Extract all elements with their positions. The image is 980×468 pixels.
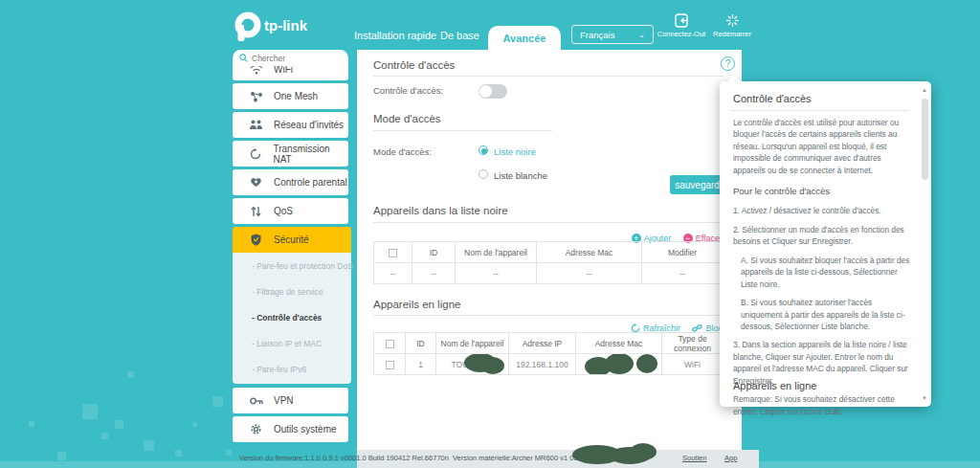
sidebar-item-transmission-nat[interactable]: Transmission NAT — [233, 141, 348, 167]
logout-icon — [674, 13, 689, 28]
online-device-row: 1 TOUR 192.168.1.100 WiFi — [374, 354, 724, 375]
sidebar-item-label: One Mesh — [274, 91, 318, 101]
decor-square — [226, 450, 232, 456]
search-input[interactable] — [252, 54, 334, 63]
help-online-heading: Appareils en ligne — [733, 380, 816, 391]
select-all-online-checkbox[interactable] — [386, 340, 394, 348]
scroll-up-arrow[interactable]: ▲ — [922, 87, 927, 93]
help-body: Le contrôle d'accès est utilisé pour aut… — [733, 117, 911, 424]
decor-square — [127, 371, 134, 378]
firmware-version: Version du firmware:1.1.0 0.9.1 v0001.0 … — [239, 454, 449, 462]
nat-icon — [248, 148, 263, 160]
radio-liste-blanche[interactable] — [479, 169, 488, 179]
blacklist-header-row: ID Nom de l'appareil Adresse Mac Modifie… — [374, 242, 724, 263]
scrollbar-thumb[interactable] — [922, 99, 928, 180]
sidebar-item-qos[interactable]: QoS — [233, 198, 348, 224]
submenu-item-filtrage-service[interactable]: - Filtrage de service — [233, 279, 351, 304]
shield-icon — [248, 234, 264, 246]
blacklist-table: ID Nom de l'appareil Adresse Mac Modifie… — [373, 241, 723, 284]
main-panel: Contrôle d'accès ? Contrôle d'accès: Mod… — [357, 50, 742, 450]
decor-square — [82, 404, 98, 419]
divider — [373, 222, 723, 223]
select-all-checkbox[interactable] — [389, 249, 397, 257]
sidebar-item-label: Réseau d'invités — [274, 120, 344, 130]
support-link[interactable]: Soutien — [682, 454, 706, 462]
submenu-item-controle-acces[interactable]: - Contrôle d'accès — [233, 304, 351, 330]
help-intro: Le contrôle d'accès est utilisé pour aut… — [733, 117, 911, 176]
scroll-down-arrow[interactable]: ▼ — [922, 395, 927, 401]
device-connection-type: WiFi — [662, 354, 724, 375]
help-step: 2. Sélectionner un mode d'accès en fonct… — [733, 224, 911, 248]
brand-name: tp-link — [264, 17, 307, 33]
decor-square — [57, 452, 66, 460]
help-step: B. Si vous souhaitez autoriser l'accès u… — [733, 297, 911, 332]
search-icon — [239, 54, 248, 62]
section-title-controle-acces: Contrôle d'accès — [373, 59, 455, 71]
tab-installation-rapide[interactable]: Installation rapide — [354, 30, 436, 41]
decor-square — [212, 396, 223, 407]
redaction-scribble — [579, 354, 659, 375]
brand-logo: tp-link — [232, 10, 356, 44]
language-value: Français — [580, 30, 614, 40]
sidebar-item-reseau-invites[interactable]: Réseau d'invités — [233, 112, 348, 138]
sidebar-item-label: VPN — [274, 395, 294, 406]
tab-avancee[interactable]: Avancée — [488, 26, 561, 50]
reboot-button[interactable]: Redémarrer — [699, 13, 766, 38]
decor-square — [29, 421, 34, 427]
sidebar-item-securite[interactable]: Sécurité — [233, 227, 351, 253]
help-popover: Contrôle d'accès ▲ ▼ Le contrôle d'accès… — [720, 81, 931, 407]
divider — [373, 130, 552, 131]
redaction-scribble — [461, 354, 505, 375]
submenu-item-pare-feu-dos[interactable]: - Pare-feu et protection DoS — [233, 253, 351, 279]
toggle-label: Contrôle d'accès: — [373, 85, 443, 96]
help-step: 1. Activez / désactivez le contrôle d'ac… — [733, 205, 911, 216]
sidebar-item-label: Transmission NAT — [273, 144, 348, 165]
submenu-item-pare-feu-ipv6[interactable]: - Pare-feu IPv6 — [233, 356, 351, 382]
radio-liste-noire[interactable] — [479, 145, 488, 155]
device-id: 1 — [406, 354, 436, 375]
sidebar-item-outils-systeme[interactable]: Outils système — [233, 416, 348, 442]
online-devices-table: ID Nom de l'appareil Adresse IP Adresse … — [373, 332, 723, 375]
radio-liste-noire-label: Liste noire — [494, 146, 536, 157]
divider — [731, 110, 909, 111]
blacklist-empty-row: -- -- -- -- -- — [374, 263, 724, 284]
decor-square — [175, 450, 182, 457]
tab-avancee-label: Avancée — [503, 33, 546, 44]
reboot-label: Redémarrer — [699, 30, 766, 38]
tab-de-base[interactable]: De base — [440, 30, 479, 41]
section-title-appareils-en-ligne: Appareils en ligne — [373, 299, 460, 310]
security-submenu: - Pare-feu et protection DoS - Filtrage … — [233, 253, 351, 384]
sidebar-item-vpn[interactable]: VPN — [233, 388, 348, 413]
sidebar-item-one-mesh[interactable]: One Mesh — [233, 83, 348, 109]
help-icon[interactable]: ? — [721, 56, 735, 71]
submenu-item-liaison-ip-mac[interactable]: - Liaison IP et MAC — [233, 330, 351, 356]
device-ip: 192.168.1.100 — [509, 354, 576, 375]
divider — [373, 315, 723, 316]
help-note: Remarque: Si vous souhaitez désactiver c… — [733, 393, 911, 417]
row-checkbox[interactable] — [386, 361, 394, 369]
online-header-row: ID Nom de l'appareil Adresse IP Adresse … — [374, 333, 724, 354]
sidebar-item-label: Outils système — [274, 424, 337, 435]
app-link[interactable]: App — [724, 454, 737, 462]
qos-icon — [248, 206, 264, 217]
mesh-icon — [248, 91, 264, 102]
sidebar-item-label: QoS — [274, 206, 293, 216]
help-subtitle: Pour le contrôle d'accès — [733, 185, 911, 198]
device-mac — [576, 354, 662, 375]
chevron-down-icon: ⌄ — [638, 31, 645, 39]
popover-notch — [727, 75, 741, 81]
decor-square — [101, 433, 108, 439]
access-control-toggle[interactable] — [479, 84, 507, 99]
redaction-scribble — [570, 442, 662, 465]
sidebar-item-controle-parental[interactable]: Controle parental — [233, 169, 348, 195]
section-title-mode-acces: Mode d'accès — [373, 113, 441, 124]
divider — [373, 76, 723, 77]
sidebar-item-label: Controle parental — [274, 177, 347, 188]
language-select[interactable]: Français ⌄ — [571, 25, 654, 44]
decor-square — [144, 440, 154, 451]
sidebar-search[interactable] — [233, 50, 348, 66]
gear-icon — [248, 423, 264, 435]
guest-network-icon — [248, 120, 264, 130]
help-step: A. Si vous souhaitez bloquer l'accès à p… — [733, 255, 911, 290]
radio-liste-blanche-label: Liste blanche — [494, 170, 547, 181]
